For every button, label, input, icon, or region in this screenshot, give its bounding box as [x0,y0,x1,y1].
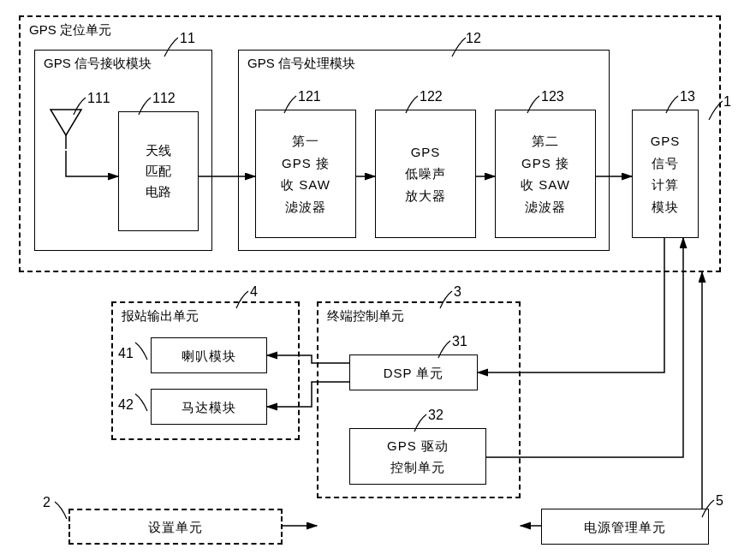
gpsdrv-l2: 控制单元 [390,456,445,479]
match-l2: 匹配 [146,161,171,182]
ref-32: 32 [428,408,443,423]
leader-12 [450,36,466,60]
leader-4 [235,289,250,313]
ref-41: 41 [118,346,134,361]
lna-l1: GPS [411,141,441,164]
leader-41 [134,341,149,365]
ref-121: 121 [298,89,321,104]
match-l1: 天线 [146,140,171,161]
calc-l4: 模块 [652,196,679,218]
settings-unit: 设置单元 [68,509,283,545]
leader-13 [664,94,680,118]
leader-112 [137,96,152,120]
leader-111 [72,96,87,120]
leader-5 [700,498,716,522]
ref-12: 12 [466,31,481,46]
ref-123: 123 [541,89,564,104]
gps-unit-title: GPS 定位单元 [29,22,111,39]
ref-112: 112 [152,91,176,106]
calc-l2: 信号 [652,152,679,175]
ref-3: 3 [454,284,461,300]
leader-1 [707,99,723,123]
speaker-label: 喇叭模块 [182,349,236,362]
dsp-unit: DSP 单元 [349,354,478,390]
ref-111: 111 [87,91,110,106]
saw1-l3: 收 SAW [281,174,330,196]
gps-proc-module-title: GPS 信号处理模块 [247,56,355,72]
leader-42 [134,392,149,416]
ref-13: 13 [680,89,695,104]
ref-5: 5 [716,493,723,509]
second-saw-filter: 第二 GPS 接 收 SAW 滤波器 [495,110,596,238]
ref-2: 2 [43,495,51,510]
saw2-l3: 收 SAW [521,174,570,196]
gps-rx-module-title: GPS 信号接收模块 [44,56,152,72]
ref-1: 1 [723,94,731,110]
ref-31: 31 [452,334,467,349]
first-saw-filter: 第一 GPS 接 收 SAW 滤波器 [255,110,356,238]
gps-lna: GPS 低噪声 放大器 [375,110,476,238]
leader-31 [437,339,452,363]
leader-2 [53,500,68,524]
power-mgmt-unit: 电源管理单元 [541,509,709,545]
leader-32 [413,413,428,437]
saw1-l1: 第一 [292,130,319,152]
ref-11: 11 [180,31,195,46]
gpsdrv-l1: GPS 驱动 [387,435,449,457]
broadcast-title: 报站输出单元 [122,308,199,325]
leader-123 [526,94,541,118]
saw2-l4: 滤波器 [525,196,566,218]
leader-11 [163,36,178,60]
settings-label: 设置单元 [148,521,203,533]
motor-label: 马达模块 [182,401,236,414]
terminal-title: 终端控制单元 [327,308,404,325]
motor-module: 马达模块 [151,389,267,425]
lna-l3: 放大器 [405,185,446,207]
lna-l2: 低噪声 [405,163,446,185]
calc-l3: 计算 [652,174,679,196]
saw1-l4: 滤波器 [285,196,326,218]
speaker-module: 喇叭模块 [151,337,267,373]
leader-121 [283,94,298,118]
antenna-match-circuit: 天线 匹配 电路 [118,111,199,231]
saw2-l2: GPS 接 [521,152,569,175]
ref-4: 4 [250,284,258,300]
ref-42: 42 [118,397,134,413]
saw1-l2: GPS 接 [282,152,330,175]
dsp-label: DSP 单元 [384,366,444,379]
match-l3: 电路 [146,182,171,202]
gps-calc-module: GPS 信号 计算 模块 [632,110,699,238]
leader-122 [404,94,420,118]
power-label: 电源管理单元 [584,521,666,533]
saw2-l1: 第二 [532,130,559,152]
leader-3 [438,289,454,313]
calc-l1: GPS [651,130,681,152]
ref-122: 122 [420,89,443,104]
